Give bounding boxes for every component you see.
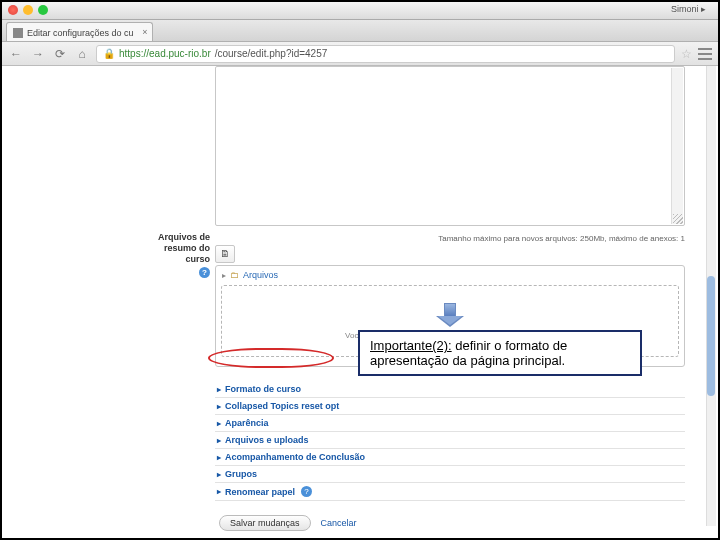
chevron-right-icon: ▸ [217, 385, 221, 394]
browser-tab[interactable]: Editar configurações do cu × [6, 22, 153, 41]
tab-title: Editar configurações do cu [27, 28, 134, 38]
folder-icon: 🗀 [230, 270, 239, 280]
section-arquivos-e-uploads[interactable]: ▸ Arquivos e uploads [215, 432, 685, 449]
section-label: Formato de curso [225, 384, 301, 394]
favicon-icon [13, 28, 23, 38]
callout-title: Importante(2): [370, 338, 452, 353]
lock-icon: 🔒 [103, 48, 115, 59]
file-path-label: Arquivos [243, 270, 278, 280]
back-button[interactable]: ← [8, 46, 24, 62]
chevron-right-icon: ▸ [217, 453, 221, 462]
section-acompanhamento-conclusao[interactable]: ▸ Acompanhamento de Conclusão [215, 449, 685, 466]
page-content: Arquivos de resumo do curso ? Tamanho má… [2, 66, 718, 538]
window-minimize-button[interactable] [23, 5, 33, 15]
chevron-right-icon: ▸ [217, 419, 221, 428]
help-icon[interactable]: ? [301, 486, 312, 497]
file-path[interactable]: ▸ 🗀 Arquivos [218, 268, 682, 282]
home-button[interactable]: ⌂ [74, 46, 90, 62]
menu-icon[interactable] [698, 48, 712, 60]
section-label: Arquivos e uploads [225, 435, 309, 445]
section-list: ▸ Formato de curso ▸ Collapsed Topics re… [215, 381, 685, 501]
section-renomear-papel[interactable]: ▸ Renomear papel ? [215, 483, 685, 501]
section-label: Aparência [225, 418, 269, 428]
window-titlebar: Simoni ▸ [2, 2, 718, 20]
section-aparencia[interactable]: ▸ Aparência [215, 415, 685, 432]
annotation-callout: Importante(2): definir o formato de apre… [358, 330, 642, 376]
tab-close-icon[interactable]: × [142, 27, 147, 37]
callout-text-2: apresentação da página principal. [370, 353, 565, 368]
add-file-button[interactable]: 🗎 [215, 245, 235, 263]
window-user-label: Simoni ▸ [671, 4, 706, 14]
window-zoom-button[interactable] [38, 5, 48, 15]
callout-text-1: definir o formato de [452, 338, 568, 353]
url-host: https://ead.puc-rio.br [119, 48, 211, 59]
section-label: Collapsed Topics reset opt [225, 401, 339, 411]
chevron-right-icon: ▸ [222, 271, 226, 280]
chevron-right-icon: ▸ [217, 436, 221, 445]
chevron-right-icon: ▸ [217, 402, 221, 411]
forward-button[interactable]: → [30, 46, 46, 62]
chevron-right-icon: ▸ [217, 487, 221, 496]
section-grupos[interactable]: ▸ Grupos [215, 466, 685, 483]
url-path: /course/edit.php?id=4257 [215, 48, 328, 59]
scrollbar-thumb[interactable] [707, 276, 715, 396]
browser-tabstrip: Editar configurações do cu × [2, 20, 718, 42]
save-button[interactable]: Salvar mudanças [219, 515, 311, 531]
address-bar[interactable]: 🔒 https://ead.puc-rio.br/course/edit.php… [96, 45, 675, 63]
page-scrollbar[interactable] [706, 66, 716, 526]
bookmark-icon[interactable]: ☆ [681, 47, 692, 61]
help-icon[interactable]: ? [199, 267, 210, 278]
cancel-link[interactable]: Cancelar [321, 518, 357, 528]
reload-button[interactable]: ⟳ [52, 46, 68, 62]
section-label: Grupos [225, 469, 257, 479]
section-formato-de-curso[interactable]: ▸ Formato de curso [215, 381, 685, 398]
summary-editor[interactable] [215, 66, 685, 226]
editor-resize-handle[interactable] [673, 214, 683, 224]
browser-toolbar: ← → ⟳ ⌂ 🔒 https://ead.puc-rio.br/course/… [2, 42, 718, 66]
upload-hint: Tamanho máximo para novos arquivos: 250M… [215, 234, 685, 243]
section-collapsed-topics-reset[interactable]: ▸ Collapsed Topics reset opt [215, 398, 685, 415]
window-close-button[interactable] [8, 5, 18, 15]
chevron-right-icon: ▸ [217, 470, 221, 479]
section-label: Renomear papel [225, 487, 295, 497]
editor-scrollbar[interactable] [671, 68, 683, 224]
section-label: Acompanhamento de Conclusão [225, 452, 365, 462]
upload-label: Arquivos de resumo do curso ? [132, 232, 210, 278]
download-arrow-icon [436, 303, 464, 327]
